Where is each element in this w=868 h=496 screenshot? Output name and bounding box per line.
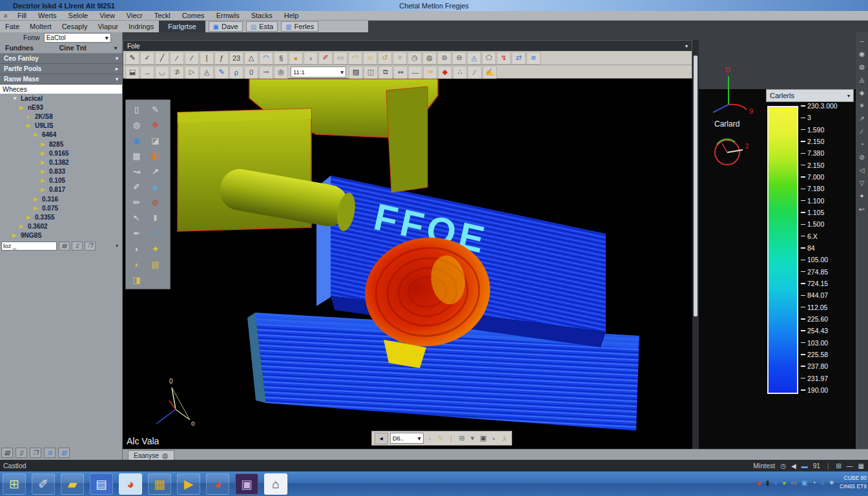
folder-app-icon[interactable]: ▰ (61, 473, 84, 495)
data-button-icon[interactable]: ▤ Esta (246, 21, 278, 32)
wave-icon[interactable]: ≋ (526, 52, 541, 65)
Help[interactable]: Help (283, 12, 300, 19)
sys-image-icon[interactable]: ▣ (801, 479, 807, 486)
window-icon[interactable]: ◫ (364, 66, 378, 79)
active-ribbon-tab[interactable]: Farlgrtse (159, 21, 205, 32)
tree-node-icon[interactable]: ▶ (26, 123, 32, 129)
sys-clock-icon[interactable]: ◔ (812, 479, 816, 486)
arrow-right-icon[interactable]: → (140, 66, 154, 79)
media-app-icon[interactable]: ▶ (177, 473, 200, 495)
tree-node-icon[interactable]: ▶ (41, 169, 46, 174)
strip-dash-icon[interactable]: ‒ (860, 37, 864, 45)
forward-icon[interactable]: › (426, 435, 435, 442)
browser-app-icon[interactable]: ◕ (119, 473, 142, 495)
line3-icon[interactable]: ⁄ (185, 52, 199, 65)
panel-chart-icon[interactable]: ▨ (58, 448, 70, 458)
poly-icon[interactable]: ⬠ (482, 52, 496, 65)
link-icon[interactable]: ↭ (393, 66, 408, 79)
paint-tool-icon[interactable]: ❖ (147, 118, 164, 132)
arrow-tool-icon[interactable]: ↗ (147, 164, 164, 178)
panel-page-icon[interactable]: ▯ (16, 448, 27, 458)
sys-blue-icon[interactable]: ● (774, 479, 778, 486)
brush-tool-icon[interactable]: ✒ (128, 226, 145, 240)
6464[interactable]: ▶ 6464 (0, 130, 122, 140)
number-icon[interactable]: 23 (229, 52, 243, 65)
probe-tool-icon[interactable]: ✏ (128, 195, 145, 209)
dot-icon[interactable]: ▪ (490, 435, 499, 442)
gem-tool-icon[interactable]: ◈ (147, 180, 164, 194)
tree-node-icon[interactable]: ▶ (41, 178, 46, 183)
0.105[interactable]: ▶ 0.105 (0, 176, 122, 185)
red-shoe-icon[interactable]: ◆ (438, 66, 452, 79)
tray-icon[interactable]: ▭ (333, 52, 347, 65)
panel-grid-icon[interactable]: ⊞ (44, 448, 56, 458)
line2-icon[interactable]: ∕ (170, 52, 184, 65)
footer-chevron-icon[interactable]: ▾ (116, 243, 118, 249)
Comes[interactable]: Comes (181, 12, 206, 19)
select-tool-icon[interactable]: ▯ (128, 102, 145, 116)
slash-icon[interactable]: ∕ (468, 66, 482, 79)
tree-node-icon[interactable]: ▶ (34, 205, 39, 211)
tree-node-icon[interactable]: ▼ (12, 96, 18, 101)
strip-disc-icon[interactable]: ◍ (859, 63, 865, 70)
check-icon[interactable]: ✓ (140, 52, 154, 65)
prism-icon[interactable]: ◬ (467, 52, 481, 65)
tray-id-label[interactable]: 91 (813, 462, 820, 470)
Viapur[interactable]: Viapur (92, 23, 123, 30)
extra-tool-icon[interactable]: ◨ (128, 273, 145, 287)
tree-node-icon[interactable]: ▶ (12, 232, 18, 238)
measure-icon[interactable]: ⊸ (259, 66, 273, 79)
pen-app-icon[interactable]: ✐ (32, 473, 55, 495)
0.9165[interactable]: ▶ 0.9165 (0, 149, 122, 158)
strip-prism-icon[interactable]: ◬ (860, 76, 865, 83)
Stacks[interactable]: Stacks (250, 12, 274, 19)
sys-mail-icon[interactable]: ▭ (790, 479, 796, 486)
sys-dots-icon[interactable]: ∴ (820, 479, 824, 486)
tray-cells-icon[interactable]: ▦ (858, 462, 864, 470)
section-icon[interactable]: § (274, 52, 288, 65)
Ceo Fanloy[interactable]: Ceo Fanloy ▾ (0, 54, 122, 64)
sys-alert-icon[interactable]: ◆ (756, 479, 761, 486)
strip-clock-icon[interactable]: ◔ (860, 141, 863, 148)
taskbar-clock[interactable]: CUBE 80 CIN65 ET9 (840, 474, 867, 491)
save-button-icon[interactable]: ▣ Dave (209, 21, 243, 32)
line-icon[interactable]: ╱ (155, 52, 169, 65)
tab-cine[interactable]: Cine Tnt (59, 44, 87, 52)
pyramid-icon[interactable]: ◬ (200, 66, 214, 79)
Ermwls[interactable]: Ermwls (215, 12, 241, 19)
layers-icon[interactable]: ⧉ (378, 66, 393, 79)
knife-tool-icon[interactable]: ✐ (128, 180, 145, 194)
tree-node-icon[interactable]: ▶ (19, 223, 25, 229)
9NG8S[interactable]: ▶ 9NG8S (0, 231, 122, 240)
person-icon[interactable]: λ (500, 435, 509, 442)
spline-tool-icon[interactable]: ↝ (128, 164, 145, 178)
strip-left-icon[interactable]: ◁ (860, 167, 865, 174)
sys-snow-icon[interactable]: ✳ (829, 479, 834, 486)
swap-icon[interactable]: ⇄ (512, 52, 526, 65)
monitor-icon[interactable]: ▣ (479, 434, 488, 442)
zoom-icon[interactable]: ◎ (274, 66, 288, 79)
zero-icon[interactable]: 0 (244, 66, 258, 79)
viewport-scrollbar[interactable] (692, 40, 699, 449)
minus-disc-icon[interactable]: ⊖ (452, 52, 466, 65)
frames-icon[interactable]: ⊞ (457, 434, 466, 442)
shell-tool-icon[interactable]: ◖ (128, 242, 145, 256)
dash-icon[interactable]: — (408, 66, 422, 79)
0.075[interactable]: ▶ 0.075 (0, 203, 122, 212)
tray-speaker-icon[interactable]: ◀ (791, 462, 796, 470)
tab-fundnes[interactable]: Fundnes (5, 44, 34, 52)
tree-node-icon[interactable]: ▶ (41, 187, 46, 192)
sys-green-icon[interactable]: ● (782, 479, 786, 486)
nav-pen-icon[interactable]: ✎ (436, 434, 445, 442)
View[interactable]: View (98, 12, 116, 19)
bolt-icon[interactable]: ↯ (497, 52, 511, 65)
Partfe Pools[interactable]: Partfe Pools ▸ (0, 64, 122, 74)
scatter-icon[interactable]: ∴ (453, 66, 467, 79)
frame-combo[interactable]: D6.. ▾ (390, 433, 424, 444)
clay-tool-icon[interactable]: ◗ (128, 257, 145, 271)
gold-pen-icon[interactable]: ✑ (423, 66, 437, 79)
Ranw Mase[interactable]: Ranw Mase ▾ (0, 74, 122, 85)
2K/S8[interactable]: ● 2K/S8 (0, 112, 122, 121)
strip-gem-icon[interactable]: ◈ (860, 89, 865, 96)
note-tool-icon[interactable]: ▤ (147, 257, 164, 271)
